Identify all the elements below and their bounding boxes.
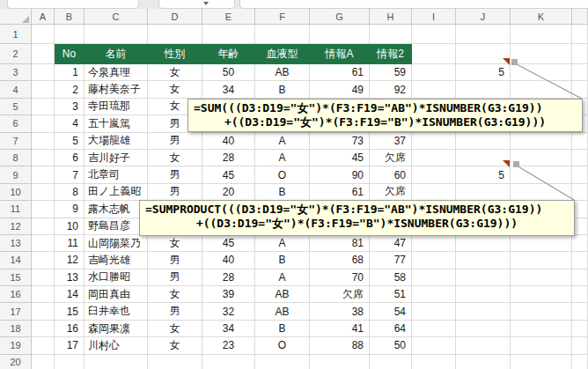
cell-B15[interactable]: 13 <box>55 269 85 286</box>
cell-I4[interactable] <box>412 81 456 98</box>
cell-H9[interactable]: 60 <box>370 166 412 183</box>
cell-D14[interactable]: 男 <box>148 252 202 269</box>
cell-L1[interactable] <box>572 25 588 44</box>
table-header-H2[interactable]: 情報2 <box>370 44 412 64</box>
column-header-E[interactable]: E <box>202 9 255 25</box>
cell-F3[interactable]: AB <box>255 64 310 81</box>
cell-B8[interactable]: 6 <box>55 150 85 166</box>
cell-L18[interactable] <box>572 321 588 337</box>
cell-K16[interactable] <box>511 286 572 303</box>
cell-H14[interactable]: 77 <box>370 252 412 269</box>
cell-K3[interactable] <box>511 64 572 81</box>
cell-B3[interactable]: 1 <box>55 64 85 81</box>
cell-A17[interactable] <box>32 303 55 320</box>
row-header-19[interactable]: 19 <box>0 337 32 354</box>
cell-K1[interactable] <box>511 25 572 44</box>
cell-B4[interactable]: 2 <box>55 81 85 98</box>
cell-J19[interactable] <box>456 337 511 354</box>
cell-I17[interactable] <box>412 303 456 320</box>
cell-B16[interactable]: 14 <box>55 286 85 303</box>
cell-F4[interactable]: B <box>255 81 310 98</box>
cell-H18[interactable]: 64 <box>370 321 412 337</box>
cell-B11[interactable]: 9 <box>55 201 85 218</box>
name-box[interactable] <box>7 0 139 9</box>
cell-K7[interactable] <box>511 133 572 150</box>
row-header-3[interactable]: 3 <box>0 64 32 81</box>
cell-G7[interactable]: 73 <box>310 133 370 150</box>
cell-E17[interactable]: 32 <box>202 303 255 320</box>
cell-G16[interactable]: 欠席 <box>310 286 370 303</box>
cell-C14[interactable]: 吉崎光雄 <box>85 252 148 269</box>
cell-D17[interactable]: 男 <box>148 303 202 320</box>
cell-A18[interactable] <box>32 321 55 337</box>
cell-J16[interactable] <box>456 286 511 303</box>
cell-G9[interactable]: 90 <box>310 166 370 183</box>
row-header-12[interactable]: 12 <box>0 218 32 235</box>
cell-B14[interactable]: 12 <box>55 252 85 269</box>
cell-C17[interactable]: 臼井幸也 <box>85 303 148 320</box>
cell-B6[interactable]: 4 <box>55 115 85 132</box>
cell-L7[interactable] <box>572 133 588 150</box>
row-header-4[interactable]: 4 <box>0 81 32 98</box>
cell-I16[interactable] <box>412 286 456 303</box>
row-header-14[interactable]: 14 <box>0 252 32 269</box>
cell-G8[interactable]: 45 <box>310 150 370 166</box>
cell-I15[interactable] <box>412 269 456 286</box>
cell-L2[interactable] <box>572 44 588 64</box>
cell-H19[interactable]: 50 <box>370 337 412 354</box>
row-header-5[interactable]: 5 <box>0 99 32 115</box>
select-all-corner[interactable] <box>0 9 32 25</box>
row-header-20[interactable]: 20 <box>0 355 32 369</box>
cell-C18[interactable]: 森岡果凛 <box>85 321 148 337</box>
cell-C10[interactable]: 田ノ上義昭 <box>85 184 148 201</box>
cell-G15[interactable]: 70 <box>310 269 370 286</box>
cell-B5[interactable]: 3 <box>55 99 85 115</box>
cell-H15[interactable]: 58 <box>370 269 412 286</box>
cell-K4[interactable] <box>511 81 572 98</box>
cell-I9[interactable] <box>412 166 456 183</box>
cell-J17[interactable] <box>456 303 511 320</box>
cell-K20[interactable] <box>511 355 572 369</box>
cell-D13[interactable]: 女 <box>148 235 202 252</box>
cell-A2[interactable] <box>32 44 55 64</box>
cell-B18[interactable]: 16 <box>55 321 85 337</box>
formula-bar[interactable] <box>239 0 588 9</box>
cell-I13[interactable] <box>412 235 456 252</box>
cell-I3[interactable] <box>412 64 456 81</box>
cell-J4[interactable] <box>456 81 511 98</box>
cell-L20[interactable] <box>572 355 588 369</box>
row-header-16[interactable]: 16 <box>0 286 32 303</box>
cell-B9[interactable]: 7 <box>55 166 85 183</box>
cell-F1[interactable] <box>255 25 310 44</box>
cell-D18[interactable]: 女 <box>148 321 202 337</box>
column-header-A[interactable]: A <box>32 9 55 25</box>
cell-F9[interactable]: O <box>255 166 310 183</box>
cell-F17[interactable]: AB <box>255 303 310 320</box>
cell-A1[interactable] <box>32 25 55 44</box>
column-header-J[interactable]: J <box>456 9 511 25</box>
cell-G18[interactable]: 41 <box>310 321 370 337</box>
row-header-10[interactable]: 10 <box>0 184 32 201</box>
cell-J1[interactable] <box>456 25 511 44</box>
column-header-F[interactable]: F <box>255 9 310 25</box>
cell-B17[interactable]: 15 <box>55 303 85 320</box>
cell-E15[interactable]: 28 <box>202 269 255 286</box>
cell-J13[interactable] <box>456 235 511 252</box>
cell-C20[interactable] <box>85 355 148 369</box>
cell-F20[interactable] <box>255 355 310 369</box>
cell-I10[interactable] <box>412 184 456 201</box>
cell-G10[interactable]: 61 <box>310 184 370 201</box>
cell-A12[interactable] <box>32 218 55 235</box>
cell-D9[interactable]: 男 <box>148 166 202 183</box>
cell-J15[interactable] <box>456 269 511 286</box>
cell-A8[interactable] <box>32 150 55 166</box>
cell-H8[interactable]: 欠席 <box>370 150 412 166</box>
cell-L13[interactable] <box>572 235 588 252</box>
row-header-2[interactable]: 2 <box>0 44 32 64</box>
cell-E19[interactable]: 23 <box>202 337 255 354</box>
cell-E16[interactable]: 39 <box>202 286 255 303</box>
column-header-K[interactable]: K <box>511 9 572 25</box>
row-header-17[interactable]: 17 <box>0 303 32 320</box>
cell-G3[interactable]: 61 <box>310 64 370 81</box>
cell-E10[interactable]: 20 <box>202 184 255 201</box>
